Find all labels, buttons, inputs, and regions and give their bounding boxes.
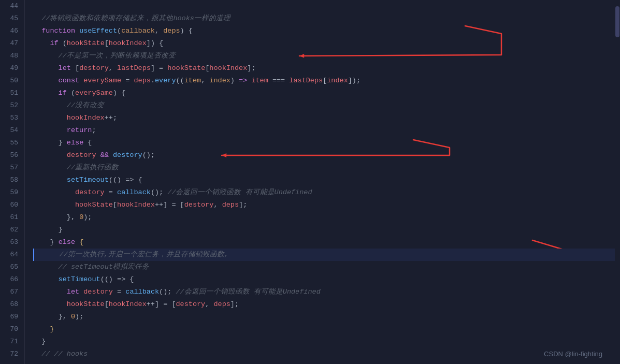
code-line: //重新执行函数 — [33, 162, 615, 174]
line-number: 70 — [0, 323, 18, 336]
line-number: 53 — [0, 112, 18, 124]
line-number: 66 — [0, 273, 18, 286]
line-number: 65 — [0, 261, 18, 273]
line-number: 63 — [0, 236, 18, 249]
code-line: }, 0); — [33, 311, 615, 323]
line-number: 49 — [0, 62, 18, 75]
code-line: //将销毁函数和依赖项存储起来，跟其他hooks一样的道理 — [33, 12, 615, 25]
line-number: 72 — [0, 348, 18, 360]
line-number: 50 — [0, 75, 18, 87]
code-line: hookIndex++; — [33, 112, 615, 124]
line-number: 71 — [0, 336, 18, 348]
code-line: } — [33, 224, 615, 236]
code-line: setTimeout(() => { — [33, 174, 615, 186]
line-number: 45 — [0, 12, 18, 25]
line-number: 47 — [0, 37, 18, 50]
code-line: } — [33, 336, 615, 348]
line-number: 48 — [0, 50, 18, 62]
code-line: let destory = callback(); //会返回一个销毁函数 有可… — [33, 286, 615, 298]
code-line: hookState[hookIndex++] = [destory, deps]… — [33, 199, 615, 211]
code-line: if (hookState[hookIndex]) { — [33, 37, 615, 50]
line-number: 55 — [0, 137, 18, 149]
watermark: CSDN @lin-fighting — [544, 350, 602, 358]
code-editor: 4445464748495051525354555657585960616263… — [0, 0, 620, 364]
line-number: 61 — [0, 211, 18, 224]
line-number: 46 — [0, 25, 18, 37]
code-line: hookState[hookIndex++] = [destory, deps]… — [33, 298, 615, 311]
line-numbers: 4445464748495051525354555657585960616263… — [0, 0, 25, 364]
code-line: } else { — [33, 236, 615, 249]
line-number: 60 — [0, 199, 18, 211]
code-line: return; — [33, 124, 615, 137]
code-line: //不是第一次，判断依赖项是否改变 — [33, 50, 615, 62]
line-number: 51 — [0, 87, 18, 99]
code-line: // setTimeout模拟宏任务 — [33, 261, 615, 273]
line-number: 69 — [0, 311, 18, 323]
line-number: 44 — [0, 0, 18, 12]
code-line: destory && destory(); — [33, 149, 615, 162]
code-line: }, 0); — [33, 211, 615, 224]
line-number: 54 — [0, 124, 18, 137]
line-number: 67 — [0, 286, 18, 298]
code-line: if (everySame) { — [33, 87, 615, 99]
line-number: 62 — [0, 224, 18, 236]
line-number: 57 — [0, 162, 18, 174]
scrollbar[interactable] — [615, 0, 620, 364]
code-line: //没有改变 — [33, 99, 615, 112]
line-number: 52 — [0, 99, 18, 112]
code-line: setTimeout(() => { — [33, 273, 615, 286]
line-number: 56 — [0, 149, 18, 162]
code-line: //第一次执行,开启一个宏仁务，并且存储销毁函数, — [33, 249, 615, 261]
code-line: } else { — [33, 137, 615, 149]
code-line: } — [33, 323, 615, 336]
line-number: 59 — [0, 186, 18, 199]
code-line: // // hooks — [33, 348, 615, 360]
code-line: const everySame = deps.every((item, inde… — [33, 75, 615, 87]
line-number: 58 — [0, 174, 18, 186]
line-number: 64 — [0, 249, 18, 261]
code-line: function useEffect(callback, deps) { — [33, 25, 615, 37]
code-line — [33, 0, 615, 12]
code-area: //将销毁函数和依赖项存储起来，跟其他hooks一样的道理 function u… — [25, 0, 615, 364]
scrollbar-thumb[interactable] — [615, 6, 619, 37]
code-line: let [destory, lastDeps] = hookState[hook… — [33, 62, 615, 75]
code-line: destory = callback(); //会返回一个销毁函数 有可能是Un… — [33, 186, 615, 199]
line-number: 68 — [0, 298, 18, 311]
